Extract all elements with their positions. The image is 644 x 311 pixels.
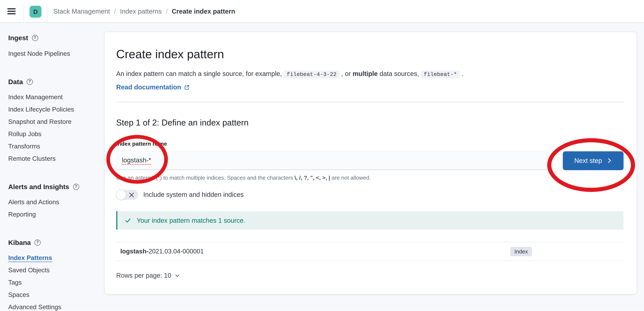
input-helper-text: Use an asterisk (*) to match multiple in… xyxy=(116,174,624,181)
sidebar-item-index-management[interactable]: Index Management xyxy=(8,93,102,101)
helper-text: are not allowed. xyxy=(330,175,371,181)
help-icon[interactable]: ? xyxy=(26,79,33,85)
breadcrumb-stack-management[interactable]: Stack Management xyxy=(53,8,110,15)
next-step-label: Next step xyxy=(574,157,602,164)
chevron-right-icon xyxy=(606,157,612,164)
index-name-prefix: logstash- xyxy=(120,248,148,255)
include-hidden-indices-toggle[interactable] xyxy=(116,190,138,200)
sidebar-item-tags[interactable]: Tags xyxy=(8,279,102,287)
toggle-thumb xyxy=(116,190,126,200)
sidebar-item-advanced-settings[interactable]: Advanced Settings xyxy=(8,303,102,311)
breadcrumb-index-patterns[interactable]: Index patterns xyxy=(120,8,162,15)
sidebar-item-saved-objects[interactable]: Saved Objects xyxy=(8,266,102,275)
step-heading: Step 1 of 2: Define an index pattern xyxy=(116,117,624,128)
sidebar-item-alerts-and-actions[interactable]: Alerts and Actions xyxy=(8,198,102,206)
sidebar-item-spaces[interactable]: Spaces xyxy=(8,291,102,299)
helper-text: Use an asterisk (*) to match multiple in… xyxy=(116,175,294,181)
page-description: An index pattern can match a single sour… xyxy=(116,68,624,80)
sidebar-item-index-lifecycle-policies[interactable]: Index Lifecycle Policies xyxy=(8,105,102,114)
read-documentation-label: Read documentation xyxy=(116,84,181,91)
page-title: Create index pattern xyxy=(116,47,624,61)
hamburger-menu-icon[interactable] xyxy=(8,8,16,16)
include-hidden-indices-row: Include system and hidden indices xyxy=(116,190,624,200)
create-index-pattern-panel: Create index pattern An index pattern ca… xyxy=(104,32,637,295)
description-bold: multiple xyxy=(352,70,378,77)
help-icon[interactable]: ? xyxy=(32,35,38,41)
chevron-down-icon xyxy=(174,273,180,279)
external-link-icon xyxy=(184,84,190,90)
sidebar-item-snapshot-and-restore[interactable]: Snapshot and Restore xyxy=(8,118,102,126)
sidebar-heading-label: Kibana xyxy=(8,239,31,246)
breadcrumb: Stack Management / Index patterns / Crea… xyxy=(53,0,235,23)
kibana-create-index-pattern-page: D Stack Management / Index patterns / Cr… xyxy=(0,0,644,311)
code-example-filebeat-wildcard: filebeat-* xyxy=(421,70,460,78)
rows-per-page-label: Rows per page: 10 xyxy=(116,272,172,279)
next-step-button[interactable]: Next step xyxy=(563,151,624,170)
index-pattern-input-row: logstash-* Next step xyxy=(116,151,624,170)
sidebar-item-rollup-jobs[interactable]: Rollup Jobs xyxy=(8,130,102,138)
success-callout-text: Your index pattern matches 1 source. xyxy=(137,217,245,224)
breadcrumb-current-page: Create index pattern xyxy=(172,8,235,15)
sidebar-heading-label: Ingest xyxy=(8,34,28,42)
sidebar-heading-label: Alerts and Insights xyxy=(8,183,69,191)
matching-source-row: logstash-2021.03.04-000001 Index xyxy=(116,242,624,261)
cross-icon xyxy=(129,192,134,198)
help-icon[interactable]: ? xyxy=(34,239,41,246)
sidebar-item-transforms[interactable]: Transforms xyxy=(8,142,102,151)
management-sidebar: Ingest ? Ingest Node Pipelines Data ? In… xyxy=(8,34,102,311)
index-pattern-input-value: logstash-* xyxy=(122,157,151,164)
description-text: . xyxy=(460,70,464,77)
breadcrumb-separator: / xyxy=(166,8,168,15)
help-icon[interactable]: ? xyxy=(73,184,79,190)
sidebar-item-index-patterns[interactable]: Index Patterns xyxy=(8,254,102,262)
header-divider xyxy=(24,4,24,22)
sidebar-item-ingest-node-pipelines[interactable]: Ingest Node Pipelines xyxy=(8,50,102,58)
code-example-filebeat-date: filebeat-4-3-22 xyxy=(284,70,340,78)
sidebar-section-kibana: Kibana ? xyxy=(8,238,102,247)
sidebar-section-alerts-and-insights: Alerts and Insights ? xyxy=(8,183,102,191)
index-pattern-input[interactable]: logstash-* xyxy=(116,151,550,170)
read-documentation-link[interactable]: Read documentation xyxy=(116,84,190,91)
sidebar-heading-label: Data xyxy=(8,78,23,86)
helper-forbidden-characters: \, /, ?, ", <, >, | xyxy=(294,175,330,181)
breadcrumb-separator: / xyxy=(114,8,116,15)
index-type-badge: Index xyxy=(510,247,532,256)
description-text: data sources, xyxy=(378,70,421,77)
success-callout: Your index pattern matches 1 source. xyxy=(116,211,624,230)
space-avatar[interactable]: D xyxy=(30,5,42,17)
sidebar-section-data: Data ? xyxy=(8,78,102,86)
rows-per-page-selector[interactable]: Rows per page: 10 xyxy=(116,272,180,279)
top-header-bar: D Stack Management / Index patterns / Cr… xyxy=(0,0,644,23)
description-text: An index pattern can match a single sour… xyxy=(116,70,284,77)
section-divider xyxy=(116,102,624,102)
sidebar-item-remote-clusters[interactable]: Remote Clusters xyxy=(8,155,102,163)
matching-index-name: logstash-2021.03.04-000001 xyxy=(120,248,510,255)
sidebar-item-reporting[interactable]: Reporting xyxy=(8,210,102,219)
include-hidden-indices-label: Include system and hidden indices xyxy=(143,191,244,199)
sidebar-section-ingest: Ingest ? xyxy=(8,34,102,42)
check-icon xyxy=(124,217,132,224)
header-divider xyxy=(47,4,48,22)
index-name-suffix: 2021.03.04-000001 xyxy=(148,248,204,255)
description-text: , or xyxy=(340,70,352,77)
index-pattern-name-label: Index pattern name xyxy=(116,141,624,148)
